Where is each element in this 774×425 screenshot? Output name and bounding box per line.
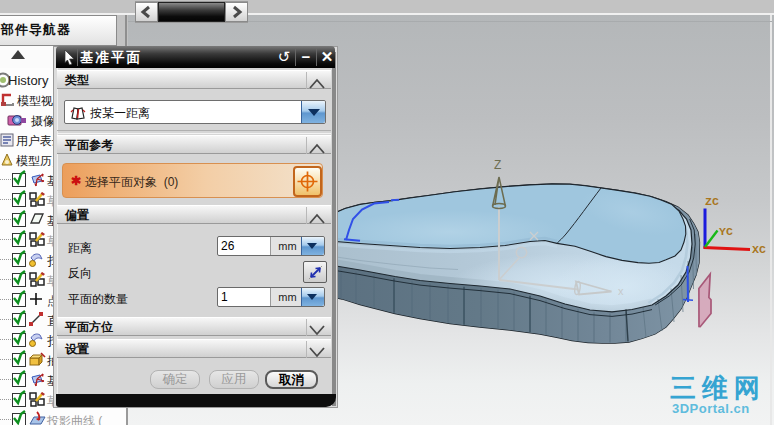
- svg-text:x: x: [618, 285, 624, 297]
- svg-text:XC: XC: [752, 243, 766, 256]
- svg-text:Z: Z: [494, 158, 501, 172]
- svg-text:ZC: ZC: [705, 195, 719, 208]
- svg-text:YC: YC: [719, 225, 733, 238]
